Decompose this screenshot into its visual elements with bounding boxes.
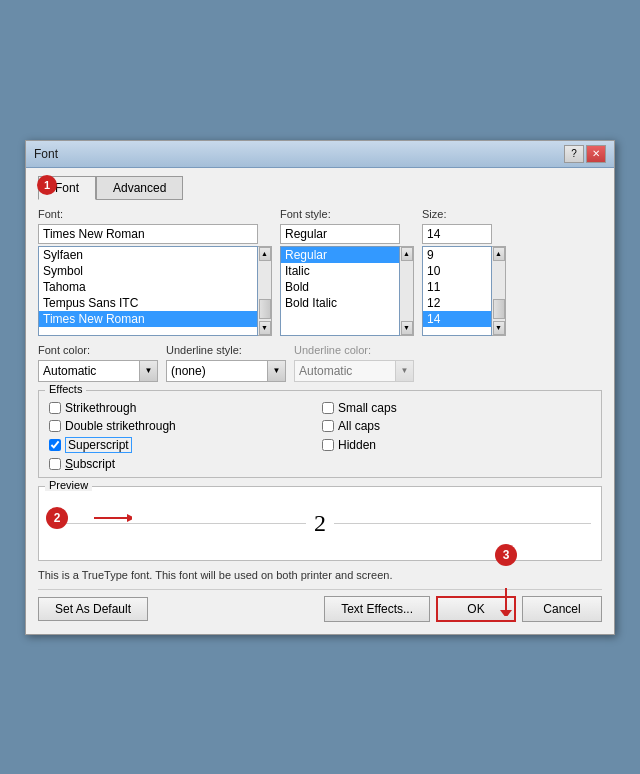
subscript-label: Subscript [65,457,115,471]
help-icon: ? [571,148,577,159]
font-color-arrow[interactable]: ▼ [139,361,157,381]
scroll-thumb[interactable] [259,299,271,319]
underline-color-select[interactable]: Automatic ▼ [294,360,414,382]
set-default-button[interactable]: Set As Default [38,597,148,621]
hidden-checkbox[interactable] [322,439,334,451]
subscript-checkbox[interactable] [49,458,61,470]
annotation-2: 2 [46,507,68,529]
hidden-item: Hidden [322,437,591,453]
underline-style-select[interactable]: (none) ▼ [166,360,286,382]
list-item[interactable]: 10 [423,263,491,279]
list-item[interactable]: 9 [423,247,491,263]
list-item-selected[interactable]: Regular [281,247,399,263]
size-input[interactable]: 14 [422,224,492,244]
list-item[interactable]: Tempus Sans ITC [39,295,257,311]
size-listbox[interactable]: 9 10 11 12 14 [422,246,492,336]
list-item[interactable]: 12 [423,295,491,311]
scroll-up-arrow[interactable]: ▲ [401,247,413,261]
hidden-label: Hidden [338,438,376,452]
cancel-button[interactable]: Cancel [522,596,602,622]
font-listbox[interactable]: Sylfaen Symbol Tahoma Tempus Sans ITC Ti… [38,246,258,336]
annotation-3: 3 [495,544,517,566]
effects-grid: Strikethrough Small caps Double striketh… [49,401,591,471]
button-row: Set As Default Text Effects... OK 3 Canc… [38,589,602,626]
double-strikethrough-item: Double strikethrough [49,419,318,433]
style-scrollbar[interactable]: ▲ ▼ [400,246,414,336]
superscript-checkbox[interactable] [49,439,61,451]
scroll-thumb[interactable] [493,299,505,319]
superscript-label: Superscript [65,437,132,453]
double-strikethrough-label: Double strikethrough [65,419,176,433]
style-listbox[interactable]: Regular Italic Bold Bold Italic [280,246,400,336]
tab-bar: 1 Font Advanced [38,176,602,200]
dropdowns-row: Font color: Automatic ▼ Underline style:… [38,344,602,382]
font-input[interactable]: Times New Roman [38,224,258,244]
scroll-up-arrow[interactable]: ▲ [259,247,271,261]
double-strikethrough-checkbox[interactable] [49,420,61,432]
annotation-1: 1 [37,175,57,195]
size-field-group: Size: 14 9 10 11 12 14 ▲ ▼ [422,208,506,336]
size-list-wrapper: 9 10 11 12 14 ▲ ▼ [422,246,506,336]
underline-style-value: (none) [167,364,267,378]
scroll-up-arrow[interactable]: ▲ [493,247,505,261]
preview-line-right [334,523,591,524]
size-label: Size: [422,208,506,220]
font-field-group: Font: Times New Roman Sylfaen Symbol Tah… [38,208,272,336]
font-color-group: Font color: Automatic ▼ [38,344,158,382]
svg-marker-1 [127,514,132,522]
font-color-select[interactable]: Automatic ▼ [38,360,158,382]
strikethrough-label: Strikethrough [65,401,136,415]
list-item[interactable]: Sylfaen [39,247,257,263]
style-field-group: Font style: Regular Regular Italic Bold … [280,208,414,336]
scroll-down-arrow[interactable]: ▼ [493,321,505,335]
ok-button-wrapper: OK 3 [436,596,516,622]
font-scrollbar[interactable]: ▲ ▼ [258,246,272,336]
text-effects-button[interactable]: Text Effects... [324,596,430,622]
small-caps-item: Small caps [322,401,591,415]
font-list-wrapper: Sylfaen Symbol Tahoma Tempus Sans ITC Ti… [38,246,272,336]
help-button[interactable]: ? [564,145,584,163]
font-label: Font: [38,208,272,220]
annotation-3-container: 3 [486,544,526,616]
font-fields-row: Font: Times New Roman Sylfaen Symbol Tah… [38,208,602,336]
all-caps-item: All caps [322,419,591,433]
dialog-body: 1 Font Advanced Font: Times New Roman Sy… [26,168,614,634]
font-color-label: Font color: [38,344,158,356]
annotation-2-container: 2 [46,507,132,529]
all-caps-label: All caps [338,419,380,433]
underline-color-group: Underline color: Automatic ▼ [294,344,414,382]
all-caps-checkbox[interactable] [322,420,334,432]
list-item[interactable]: Italic [281,263,399,279]
svg-marker-3 [500,610,512,616]
underline-style-arrow[interactable]: ▼ [267,361,285,381]
underline-color-arrow[interactable]: ▼ [395,361,413,381]
strikethrough-checkbox[interactable] [49,402,61,414]
scroll-down-arrow[interactable]: ▼ [401,321,413,335]
list-item[interactable]: Tahoma [39,279,257,295]
list-item[interactable]: 11 [423,279,491,295]
close-button[interactable]: ✕ [586,145,606,163]
subscript-item: Subscript [49,457,318,471]
font-dialog: Font ? ✕ 1 Font Advanced Font: Times [25,140,615,635]
list-item[interactable]: Bold Italic [281,295,399,311]
style-label: Font style: [280,208,414,220]
underline-color-label: Underline color: [294,344,414,356]
title-buttons: ? ✕ [564,145,606,163]
list-item[interactable]: Symbol [39,263,257,279]
title-bar: Font ? ✕ [26,141,614,168]
btn-group-right: Text Effects... OK 3 Cancel [324,596,602,622]
underline-style-group: Underline style: (none) ▼ [166,344,286,382]
list-item[interactable]: Bold [281,279,399,295]
strikethrough-item: Strikethrough [49,401,318,415]
list-item-selected[interactable]: 14 [423,311,491,327]
underline-color-value: Automatic [295,364,395,378]
underline-style-label: Underline style: [166,344,286,356]
tab-advanced[interactable]: Advanced [96,176,183,200]
effects-section: Effects Strikethrough Small caps Double … [38,390,602,478]
style-input[interactable]: Regular [280,224,400,244]
tab-font[interactable]: 1 Font [38,176,96,200]
scroll-down-arrow[interactable]: ▼ [259,321,271,335]
small-caps-checkbox[interactable] [322,402,334,414]
size-scrollbar[interactable]: ▲ ▼ [492,246,506,336]
list-item-selected[interactable]: Times New Roman [39,311,257,327]
